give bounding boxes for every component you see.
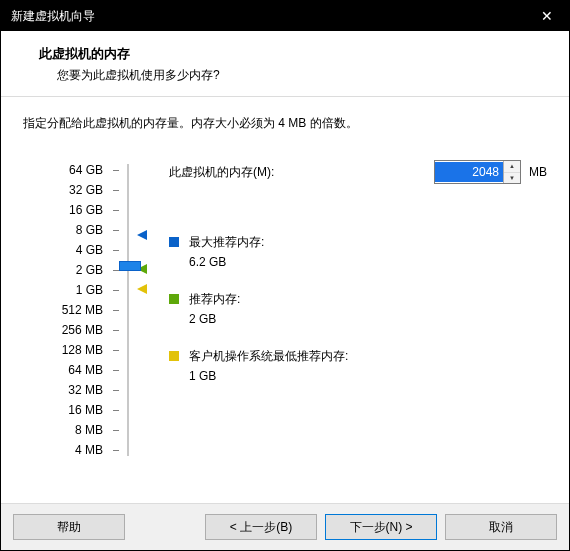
tick-label: 256 MB [51, 323, 109, 337]
titlebar: 新建虚拟机向导 ✕ [1, 1, 569, 31]
min-marker-icon [137, 284, 147, 294]
next-button[interactable]: 下一步(N) > [325, 514, 437, 540]
tick-label: 4 MB [51, 443, 109, 457]
header-subtitle: 您要为此虚拟机使用多少内存? [39, 67, 549, 84]
tick-label: 64 GB [51, 163, 109, 177]
tick-label: 512 MB [51, 303, 109, 317]
tick-label: 8 MB [51, 423, 109, 437]
reco-rec-value: 2 GB [189, 312, 240, 326]
reco-max-label: 最大推荐内存: [189, 234, 264, 251]
window-title: 新建虚拟机向导 [11, 8, 524, 25]
max-marker-icon [137, 230, 147, 240]
reco-rec: 推荐内存: 2 GB [169, 291, 547, 326]
spin-up-icon[interactable]: ▲ [504, 161, 520, 173]
reco-min: 客户机操作系统最低推荐内存: 1 GB [169, 348, 547, 383]
cancel-button[interactable]: 取消 [445, 514, 557, 540]
square-green-icon [169, 294, 179, 304]
wizard-header: 此虚拟机的内存 您要为此虚拟机使用多少内存? [1, 31, 569, 97]
close-icon[interactable]: ✕ [524, 1, 569, 31]
slider-track [127, 164, 129, 456]
memory-spinbox[interactable]: ▲ ▼ [434, 160, 521, 184]
back-button[interactable]: < 上一步(B) [205, 514, 317, 540]
reco-min-value: 1 GB [189, 369, 348, 383]
tick-label: 1 GB [51, 283, 109, 297]
wizard-window: 新建虚拟机向导 ✕ 此虚拟机的内存 您要为此虚拟机使用多少内存? 指定分配给此虚… [0, 0, 570, 551]
memory-input[interactable] [435, 162, 503, 182]
tick-label: 4 GB [51, 243, 109, 257]
reco-rec-label: 推荐内存: [189, 291, 240, 308]
reco-max-value: 6.2 GB [189, 255, 264, 269]
tick-label: 32 MB [51, 383, 109, 397]
tick-label: 32 GB [51, 183, 109, 197]
tick-label: 64 MB [51, 363, 109, 377]
memory-ticks: 64 GB 32 GB 16 GB 8 GB 4 GB 2 GB 1 GB 51… [23, 160, 119, 460]
memory-unit: MB [529, 165, 547, 179]
square-blue-icon [169, 237, 179, 247]
reco-max: 最大推荐内存: 6.2 GB [169, 234, 547, 269]
slider-thumb[interactable] [119, 261, 141, 271]
wizard-body: 指定分配给此虚拟机的内存量。内存大小必须为 4 MB 的倍数。 64 GB 32… [1, 97, 569, 503]
spin-down-icon[interactable]: ▼ [504, 173, 520, 184]
reco-min-label: 客户机操作系统最低推荐内存: [189, 348, 348, 365]
tick-label: 128 MB [51, 343, 109, 357]
tick-label: 8 GB [51, 223, 109, 237]
header-title: 此虚拟机的内存 [39, 45, 549, 63]
instruction-text: 指定分配给此虚拟机的内存量。内存大小必须为 4 MB 的倍数。 [23, 115, 547, 132]
memory-slider[interactable] [119, 160, 163, 460]
memory-label: 此虚拟机的内存(M): [169, 164, 434, 181]
tick-label: 16 GB [51, 203, 109, 217]
wizard-footer: 帮助 < 上一步(B) 下一步(N) > 取消 [1, 503, 569, 550]
memory-area: 64 GB 32 GB 16 GB 8 GB 4 GB 2 GB 1 GB 51… [23, 160, 547, 460]
tick-label: 16 MB [51, 403, 109, 417]
help-button[interactable]: 帮助 [13, 514, 125, 540]
square-yellow-icon [169, 351, 179, 361]
memory-details: 此虚拟机的内存(M): ▲ ▼ MB 最大推荐内存: 6.2 GB [163, 160, 547, 405]
tick-label: 2 GB [51, 263, 109, 277]
